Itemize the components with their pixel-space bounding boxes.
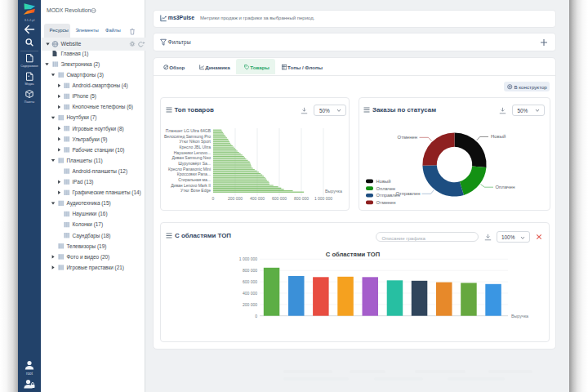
svg-text:Выручка: Выручка <box>511 314 528 318</box>
svg-text:0: 0 <box>255 314 257 318</box>
svg-text:800 000: 800 000 <box>243 268 257 273</box>
svg-text:1 000 000: 1 000 000 <box>239 256 257 261</box>
svg-text:600 000: 600 000 <box>243 279 257 284</box>
svg-text:С областями ТОП: С областями ТОП <box>326 251 380 258</box>
svg-text:400 000: 400 000 <box>243 291 257 296</box>
svg-text:200 000: 200 000 <box>243 302 257 307</box>
